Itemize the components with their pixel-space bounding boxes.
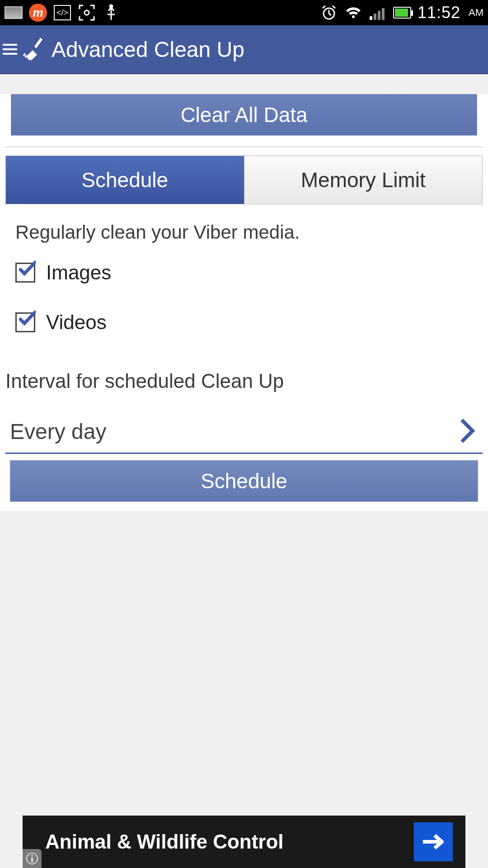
schedule-description: Regularly clean your Viber media. <box>0 204 488 248</box>
usb-icon <box>102 4 120 22</box>
svg-point-1 <box>110 5 113 8</box>
ad-container: Animal & Wildlife Control <box>0 798 488 868</box>
ad-arrow-button[interactable] <box>414 822 453 861</box>
svg-point-0 <box>84 10 89 15</box>
interval-title: Interval for scheduled Clean Up <box>0 347 488 397</box>
status-ampm: AM <box>469 7 483 19</box>
svg-rect-4 <box>374 14 376 20</box>
checkbox-images-row[interactable]: Images <box>0 248 488 297</box>
svg-rect-6 <box>382 8 385 20</box>
page-title: Advanced Clean Up <box>52 37 244 62</box>
svg-rect-5 <box>378 11 380 20</box>
tab-memory-limit-label: Memory Limit <box>301 168 426 192</box>
ad-banner[interactable]: Animal & Wildlife Control <box>23 816 465 868</box>
interval-selector[interactable]: Every day <box>5 410 483 454</box>
clear-all-data-button[interactable]: Clear All Data <box>11 94 477 136</box>
svg-point-9 <box>31 855 33 857</box>
checkbox-videos-row[interactable]: Videos <box>0 297 488 347</box>
notification-icon <box>5 4 23 22</box>
signal-icon <box>369 4 387 22</box>
checkbox-images[interactable] <box>15 263 35 283</box>
focus-icon <box>78 4 96 22</box>
status-bar: m </> 11:52 AM <box>0 0 488 25</box>
schedule-button-label: Schedule <box>201 469 287 493</box>
app-notification-icon: m <box>29 4 47 22</box>
divider <box>5 146 483 147</box>
ad-info-icon[interactable] <box>23 849 42 868</box>
checkbox-videos-label: Videos <box>46 311 107 334</box>
ad-text: Animal & Wildlife Control <box>45 830 284 853</box>
interval-value: Every day <box>10 419 106 444</box>
svg-rect-7 <box>34 38 43 48</box>
tabs: Schedule Memory Limit <box>5 156 483 204</box>
broom-icon <box>23 37 46 62</box>
clear-all-data-label: Clear All Data <box>180 103 307 127</box>
chevron-right-icon <box>458 418 476 445</box>
wifi-icon <box>344 4 362 22</box>
menu-icon[interactable] <box>3 44 17 55</box>
status-time: 11:52 <box>418 3 460 22</box>
tab-memory-limit[interactable]: Memory Limit <box>244 156 483 204</box>
app-bar: Advanced Clean Up <box>0 25 488 74</box>
svg-rect-3 <box>370 16 372 20</box>
checkbox-images-label: Images <box>46 261 111 284</box>
alarm-icon <box>320 4 338 22</box>
tab-schedule-label: Schedule <box>81 168 168 192</box>
page-content: Clear All Data Schedule Memory Limit Reg… <box>0 94 488 511</box>
svg-rect-10 <box>31 858 33 862</box>
schedule-button[interactable]: Schedule <box>10 460 478 502</box>
dev-icon: </> <box>53 4 71 22</box>
tab-schedule[interactable]: Schedule <box>6 156 244 204</box>
checkbox-videos[interactable] <box>15 312 35 332</box>
battery-icon <box>393 4 411 22</box>
